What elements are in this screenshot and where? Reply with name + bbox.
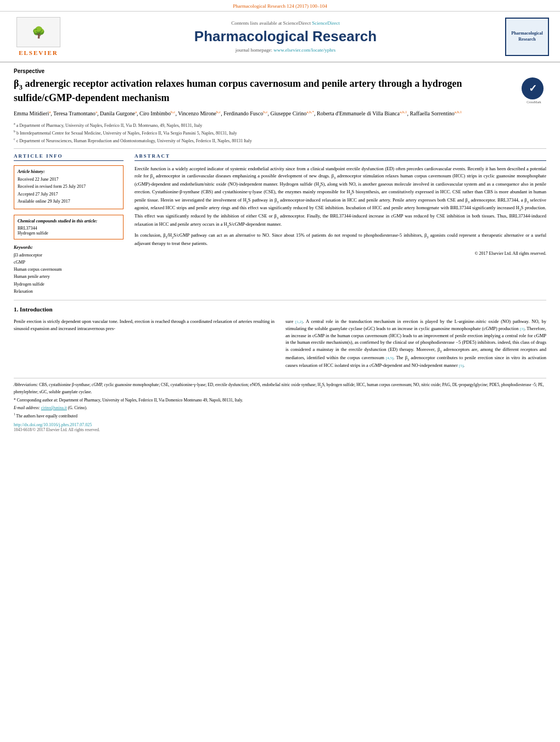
keyword-1: β3 adrenoceptor bbox=[14, 252, 124, 258]
doi-link[interactable]: http://dx.doi.org/10.1016/j.phrs.2017.07… bbox=[14, 422, 92, 427]
article-title-row: β3 adrenergic receptor activation relaxe… bbox=[14, 77, 546, 109]
elsevier-wordmark: ELSEVIER bbox=[19, 49, 58, 56]
intro-right-col: sure [1,2]. A central role in the transd… bbox=[285, 318, 546, 372]
abstract-para-1: Erectile function is a widely accepted i… bbox=[135, 165, 546, 228]
homepage-label: journal homepage: bbox=[236, 47, 272, 53]
journal-logo: PharmacologicalResearch bbox=[505, 18, 549, 56]
keywords-box: Keywords: β3 adrenoceptor cGMP Human cor… bbox=[14, 245, 124, 294]
introduction-section: 1. Introduction Penile erection is stric… bbox=[14, 306, 546, 432]
received-revised-date: Received in revised form 25 July 2017 bbox=[18, 183, 120, 189]
article-title: β3 adrenergic receptor activation relaxe… bbox=[14, 77, 516, 105]
corresponding-note: * Corresponding author at: Department of… bbox=[14, 397, 546, 403]
abstract-para-2: In conclusion, β3/H2S/cGMP pathway can a… bbox=[135, 232, 546, 247]
crossmark-logo: ✓ CrossMark bbox=[522, 77, 546, 102]
chem-title: Chemical compounds studied in this artic… bbox=[18, 219, 120, 224]
chemical-compounds-box: Chemical compounds studied in this artic… bbox=[14, 215, 124, 239]
article-history-title: Article history: bbox=[18, 169, 120, 174]
top-bar: Pharmacological Research 124 (2017) 100–… bbox=[0, 0, 560, 12]
abstract-text: Erectile function is a widely accepted i… bbox=[135, 165, 546, 256]
sciencedirect-line: Contents lists available at ScienceDirec… bbox=[77, 20, 494, 26]
equal-contrib-note: 1 The authors have equally contributed bbox=[14, 412, 546, 419]
journal-title: Pharmacological Research bbox=[77, 28, 494, 45]
intro-title: 1. Introduction bbox=[14, 306, 546, 313]
left-column: ARTICLE INFO Article history: Received 2… bbox=[14, 153, 124, 295]
affil-c-text: c Department of Neurosciences, Human Rep… bbox=[16, 138, 252, 143]
keyword-4: Human penile artery bbox=[14, 274, 124, 280]
issn-line: 1043-6618/© 2017 Elsevier Ltd. All right… bbox=[14, 427, 546, 432]
divider-1 bbox=[14, 148, 546, 149]
keywords-title: Keywords: bbox=[14, 245, 124, 250]
intro-right-para: sure [1,2]. A central role in the transd… bbox=[285, 318, 546, 369]
right-column: ABSTRACT Erectile function is a widely a… bbox=[135, 153, 546, 295]
abstract-header: ABSTRACT bbox=[135, 153, 546, 161]
abbreviations-note: Abbreviations: CBS, cystathionine β-synt… bbox=[14, 382, 546, 395]
ref-5[interactable]: [5] bbox=[459, 364, 463, 368]
affil-b-text: b Interdepartmental Centre for Sexual Me… bbox=[16, 131, 237, 136]
compound-1: BRL37344 bbox=[18, 226, 120, 231]
intro-columns: Penile erection is strictly dependent up… bbox=[14, 318, 546, 372]
email-link[interactable]: cirino@unina.it bbox=[41, 405, 67, 410]
keyword-3: Human corpus cavernosum bbox=[14, 266, 124, 272]
header-section: 🌳 ELSEVIER Contents lists available at S… bbox=[0, 12, 560, 63]
journal-homepage: journal homepage: www.elsevier.com/locat… bbox=[77, 47, 494, 53]
journal-citation: Pharmacological Research 124 (2017) 100–… bbox=[233, 3, 327, 9]
article-section: Perspective β3 adrenergic receptor activ… bbox=[0, 63, 560, 438]
affiliation-c: c c Department of Neurosciences, Human R… bbox=[14, 137, 546, 144]
ref-1-2[interactable]: [1,2] bbox=[295, 320, 303, 324]
accepted-date: Accepted 27 July 2017 bbox=[18, 191, 120, 197]
article-type: Perspective bbox=[14, 68, 546, 74]
ref-4-5[interactable]: [4,5] bbox=[386, 356, 393, 360]
main-content-columns: ARTICLE INFO Article history: Received 2… bbox=[14, 153, 546, 295]
crossmark-icon: ✓ bbox=[522, 77, 544, 99]
article-info-header: ARTICLE INFO bbox=[14, 153, 124, 161]
affiliation-b: b b Interdepartmental Centre for Sexual … bbox=[14, 129, 546, 137]
tree-icon: 🌳 bbox=[32, 26, 46, 39]
homepage-url[interactable]: www.elsevier.com/locate/yphrs bbox=[273, 47, 335, 53]
affil-a-text: a Department of Pharmacy, University of … bbox=[16, 123, 203, 128]
divider-2 bbox=[14, 300, 546, 300]
ref-3[interactable]: [3] bbox=[520, 327, 524, 331]
elsevier-logo: 🌳 ELSEVIER bbox=[11, 17, 66, 56]
elsevier-logo-image: 🌳 bbox=[16, 17, 60, 47]
received-date: Received 22 June 2017 bbox=[18, 176, 120, 182]
intro-left-col: Penile erection is strictly dependent up… bbox=[14, 318, 275, 372]
sciencedirect-link[interactable]: ScienceDirect bbox=[312, 20, 339, 26]
affiliation-a: a a Department of Pharmacy, University o… bbox=[14, 121, 546, 129]
keyword-2: cGMP bbox=[14, 259, 124, 265]
email-note: E-mail address: cirino@unina.it (G. Ciri… bbox=[14, 405, 546, 411]
available-date: Available online 29 July 2017 bbox=[18, 198, 120, 204]
intro-left-para: Penile erection is strictly dependent up… bbox=[14, 318, 275, 332]
contents-text: Contents lists available at ScienceDirec… bbox=[231, 20, 311, 26]
header-center: Contents lists available at ScienceDirec… bbox=[77, 20, 494, 53]
keyword-6: Relaxation bbox=[14, 288, 124, 294]
keyword-5: Hydrogen sulfide bbox=[14, 281, 124, 287]
compound-2: Hydrogen sulfide bbox=[18, 231, 120, 236]
article-history-box: Article history: Received 22 June 2017 R… bbox=[14, 165, 124, 209]
doi-line: http://dx.doi.org/10.1016/j.phrs.2017.07… bbox=[14, 422, 546, 427]
affiliations: a a Department of Pharmacy, University o… bbox=[14, 121, 546, 144]
footnotes: Abbreviations: CBS, cystathionine β-synt… bbox=[14, 378, 546, 419]
authors: Emma Mitidieria, Teresa Tramontanoa, Dan… bbox=[14, 109, 546, 118]
copyright-line: © 2017 Elsevier Ltd. All rights reserved… bbox=[135, 250, 546, 257]
